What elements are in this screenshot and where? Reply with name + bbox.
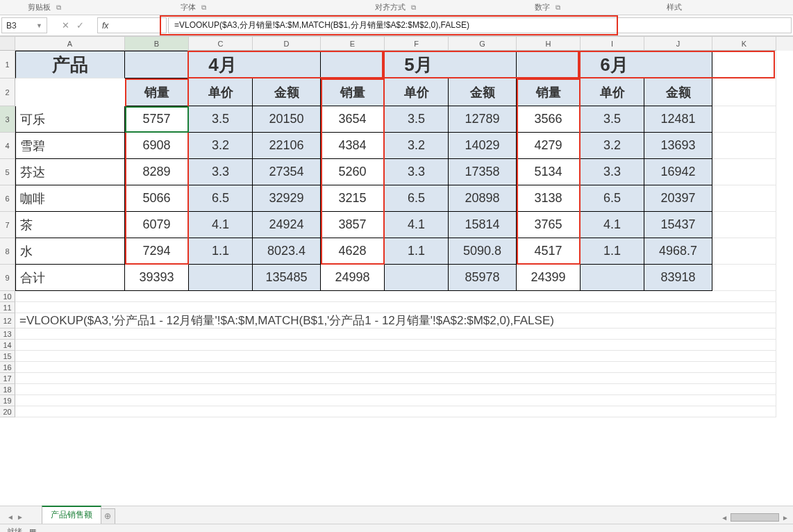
cell-row16[interactable] [15,362,776,373]
col-header-B[interactable]: B [125,37,189,51]
cell-H9[interactable]: 24399 [517,265,581,291]
select-all-corner[interactable] [0,37,15,51]
dialog-launcher-icon[interactable]: ⧉ [56,3,61,12]
row-header-7[interactable]: 7 [0,212,15,238]
cell-B8[interactable]: 7294 [125,238,189,265]
cell-C8[interactable]: 1.1 [189,238,253,265]
cell-K7[interactable] [712,212,776,238]
cell-C7[interactable]: 4.1 [189,212,253,238]
cell-C3[interactable]: 3.5 [189,106,253,133]
cell-month-jun[interactable]: 6月 [517,51,712,78]
cell-row17[interactable] [15,373,776,384]
column-headers[interactable]: A B C D E F G H I J K [0,37,793,51]
cell-F7[interactable]: 4.1 [385,212,449,238]
row-header-18[interactable]: 18 [0,384,15,395]
cell-E6[interactable]: 3215 [321,185,385,212]
cell-F3[interactable]: 3.5 [385,106,449,133]
cell-F8[interactable]: 1.1 [385,238,449,265]
col-header-K[interactable]: K [712,37,776,51]
row-header-10[interactable]: 10 [0,291,15,302]
cell-A4[interactable]: 雪碧 [15,133,125,159]
cell-row18[interactable] [15,384,776,395]
cell-D4[interactable]: 22106 [253,133,321,159]
cell-J3[interactable]: 12481 [644,106,712,133]
cell-C9[interactable] [189,265,253,291]
cell-E4[interactable]: 4384 [321,133,385,159]
cell-I3[interactable]: 3.5 [581,106,644,133]
cell-F2[interactable]: 单价 [385,78,449,106]
row-header-3[interactable]: 3 [0,106,15,133]
cell-I7[interactable]: 4.1 [581,212,644,238]
row-header-8[interactable]: 8 [0,238,15,265]
cell-I4[interactable]: 3.2 [581,133,644,159]
cell-D8[interactable]: 8023.4 [253,238,321,265]
row-header-9[interactable]: 9 [0,265,15,291]
cell-month-apr[interactable]: 4月 [125,51,321,78]
cell-K4[interactable] [712,133,776,159]
dialog-launcher-icon[interactable]: ⧉ [556,3,560,12]
cell-G8[interactable]: 5090.8 [449,238,517,265]
cell-D3[interactable]: 20150 [253,106,321,133]
col-header-D[interactable]: D [253,37,321,51]
cell-row20[interactable] [15,406,776,417]
cell-F4[interactable]: 3.2 [385,133,449,159]
cell-C6[interactable]: 6.5 [189,185,253,212]
cell-row10[interactable] [15,291,776,302]
cell-A6[interactable]: 咖啡 [15,185,125,212]
cell-month-may[interactable]: 5月 [321,51,517,78]
row-header-19[interactable]: 19 [0,395,15,406]
col-header-E[interactable]: E [321,37,385,51]
cell-row13[interactable] [15,329,776,340]
row-header-5[interactable]: 5 [0,159,15,185]
cell-H4[interactable]: 4279 [517,133,581,159]
cell-E5[interactable]: 5260 [321,159,385,185]
row-header-13[interactable]: 13 [0,329,15,340]
cell-F6[interactable]: 6.5 [385,185,449,212]
scroll-right-icon[interactable]: ► [782,514,789,522]
cell-A5[interactable]: 芬达 [15,159,125,185]
cell-E3[interactable]: 3654 [321,106,385,133]
cell-B2[interactable]: 销量 [125,78,189,106]
cell-E2[interactable]: 销量 [321,78,385,106]
row-header-20[interactable]: 20 [0,406,15,417]
tab-nav-next-icon[interactable]: ► [17,513,24,521]
cell-H6[interactable]: 3138 [517,185,581,212]
cell-row19[interactable] [15,395,776,406]
cell-H2[interactable]: 销量 [517,78,581,106]
row-header-16[interactable]: 16 [0,362,15,373]
cell-J4[interactable]: 13693 [644,133,712,159]
cell-B3[interactable]: 5757 [125,106,189,133]
dialog-launcher-icon[interactable]: ⧉ [201,3,206,12]
cell-B5[interactable]: 8289 [125,159,189,185]
cell-A8[interactable]: 水 [15,238,125,265]
col-header-A[interactable]: A [15,37,125,51]
cell-G9[interactable]: 85978 [449,265,517,291]
cell-G6[interactable]: 20898 [449,185,517,212]
cell-D5[interactable]: 27354 [253,159,321,185]
cell-B4[interactable]: 6908 [125,133,189,159]
new-sheet-button[interactable]: ⊕ [100,508,115,524]
cell-I5[interactable]: 3.3 [581,159,644,185]
cell-J9[interactable]: 83918 [644,265,712,291]
col-header-F[interactable]: F [385,37,449,51]
col-header-I[interactable]: I [581,37,644,51]
fx-button[interactable]: fx [97,17,167,33]
cell-C5[interactable]: 3.3 [189,159,253,185]
cell-row14[interactable] [15,340,776,351]
cell-I8[interactable]: 1.1 [581,238,644,265]
cell-F9[interactable] [385,265,449,291]
worksheet[interactable]: A B C D E F G H I J K 1 产品 4月 5月 6月 2 销量… [0,36,793,506]
cell-K6[interactable] [712,185,776,212]
cell-G3[interactable]: 12789 [449,106,517,133]
cell-K5[interactable] [712,159,776,185]
scroll-thumb[interactable] [731,513,779,522]
cell-G5[interactable]: 17358 [449,159,517,185]
horizontal-scrollbar[interactable]: ◄ ► [721,513,789,522]
grid-body[interactable]: 1 产品 4月 5月 6月 2 销量 单价 金额 销量 单价 金额 销量 单价 … [0,51,793,417]
cell-E8[interactable]: 4628 [321,238,385,265]
cell-A1-product-corner[interactable]: 产品 [15,51,125,78]
row-header-15[interactable]: 15 [0,351,15,362]
enter-icon[interactable]: ✓ [76,20,84,31]
cancel-icon[interactable]: ✕ [62,20,69,31]
cell-J8[interactable]: 4968.7 [644,238,712,265]
